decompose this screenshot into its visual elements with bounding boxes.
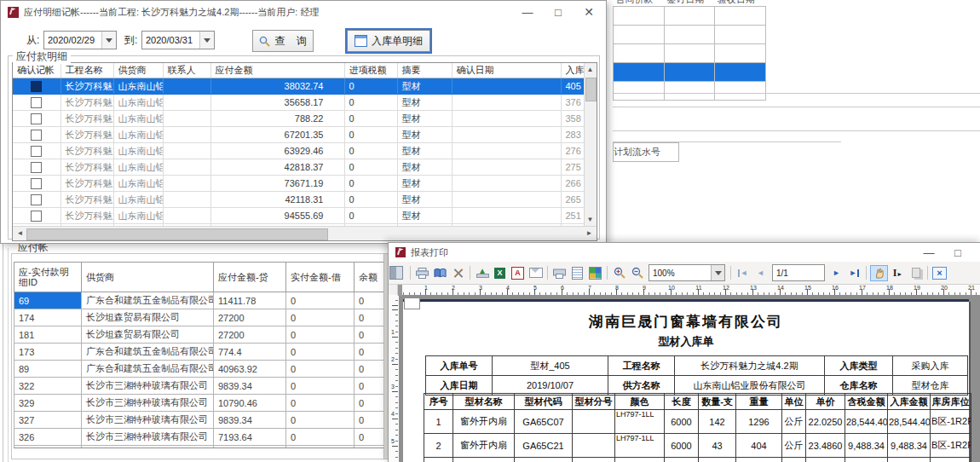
preview-toolbar: ▲ X A 100% ◄ ◄ 1/1 ► <box>389 262 980 285</box>
detail-row[interactable]: 长沙万科魅力... 山东南山铝业... 42118.31 0 型材 265 <box>13 192 584 208</box>
payable-row[interactable]: 181 长沙坦森贸易有限公司 27200 0 0 <box>14 326 390 344</box>
contract-header-cell[interactable]: 合同价款 <box>614 0 665 7</box>
cell-contact <box>163 111 210 127</box>
text-select-tool-button[interactable]: I► <box>890 266 906 280</box>
maximize-button[interactable]: □ <box>943 243 972 262</box>
detail-grid-header[interactable]: 应付金额 <box>210 63 344 78</box>
payable-grid-header[interactable]: 供货商 <box>82 263 214 292</box>
zoom-out-icon[interactable] <box>629 266 645 280</box>
detail-row[interactable]: 长沙万科魅力... 山东南山铝业... 67201.35 0 型材 283 <box>13 127 584 143</box>
excel-export-icon[interactable]: X <box>492 266 508 280</box>
payable-row[interactable]: 89 广东合和建筑五金制品有限公司 40963.92 0 0 <box>14 361 390 378</box>
detail-grid-header[interactable]: 联系人 <box>163 63 210 78</box>
confirm-checkbox[interactable] <box>31 194 42 205</box>
contract-row[interactable] <box>614 26 766 44</box>
detail-grid-header[interactable]: 进项税额 <box>344 63 397 78</box>
hand-tool-button[interactable] <box>870 265 888 281</box>
horizontal-scroll-thumb[interactable] <box>26 228 328 240</box>
detail-grid-header[interactable]: 摘要 <box>397 63 452 78</box>
contract-row[interactable] <box>614 7 766 26</box>
print-setup-icon[interactable] <box>551 266 568 280</box>
page-indicator-input[interactable]: 1/1 <box>772 264 825 281</box>
options-grid-icon[interactable] <box>587 266 603 280</box>
detail-row[interactable]: 长沙万科魅力... 山东南山铝业... 94555.69 0 型材 251 <box>13 208 584 224</box>
detail-grid-header[interactable]: 工程名称 <box>61 63 113 78</box>
tools-icon[interactable] <box>450 266 466 280</box>
scroll-down-icon[interactable]: ▼ <box>585 213 596 226</box>
scroll-left-icon[interactable]: ◄ <box>14 228 26 239</box>
detail-row[interactable]: 长沙万科魅力... 山东南山铝业... 35658.17 0 型材 376 <box>13 95 584 111</box>
zoom-level-select[interactable]: 100% <box>649 264 725 281</box>
close-button[interactable]: ✕ <box>574 1 604 23</box>
print-icon[interactable] <box>414 266 430 280</box>
chevron-down-icon[interactable] <box>711 265 724 280</box>
horizontal-scrollbar[interactable]: ◄ ► <box>13 226 597 240</box>
preview-page-area: 湖南巨晟门窗幕墙有限公司 型材入库单 入库单号 型材_405 工程名称 长沙万科… <box>399 295 980 462</box>
payable-row[interactable]: 174 长沙坦森贸易有限公司 27200 0 0 <box>14 309 390 326</box>
close-preview-button[interactable]: × <box>931 266 948 280</box>
payable-grid-header[interactable]: 实付金额-借 <box>286 263 355 292</box>
payable-row[interactable]: 327 长沙市三湘特种玻璃有限公司 9839.34 0 0 <box>14 412 390 429</box>
detail-grid-header[interactable]: 入库 <box>561 63 584 78</box>
zoom-in-icon[interactable] <box>611 266 627 280</box>
confirm-checkbox[interactable] <box>31 146 42 157</box>
chevron-down-icon[interactable] <box>101 32 116 49</box>
last-page-button[interactable]: ► <box>846 266 862 280</box>
detail-grid-header[interactable]: 确认日期 <box>452 63 561 78</box>
detail-row[interactable]: 长沙万科魅力... 山东南山铝业... 42818.37 0 型材 275 <box>13 159 584 176</box>
cell-amount: 38032.74 <box>210 78 344 95</box>
mail-icon[interactable] <box>527 266 544 280</box>
detail-grid-header[interactable]: 确认记帐 <box>13 63 61 78</box>
scroll-up-icon[interactable]: ▲ <box>585 63 596 76</box>
minimize-button[interactable]: — <box>512 1 543 23</box>
payable-row[interactable]: 329 长沙市三湘特种玻璃有限公司 10790.46 0 0 <box>14 395 390 412</box>
contract-header-cell[interactable]: 验收日期 <box>715 0 766 7</box>
export-icon[interactable]: ▲ <box>474 266 490 280</box>
cell-supplier: 长沙市三湘特种玻璃有限公司 <box>82 412 214 429</box>
vertical-scrollbar[interactable]: ▲ ▼ <box>584 63 597 226</box>
payable-grid-header[interactable]: 应付金额-贷 <box>214 263 286 292</box>
vertical-scroll-thumb[interactable] <box>585 78 597 101</box>
payable-row[interactable]: 322 长沙市三湘特种玻璃有限公司 9839.34 0 0 <box>14 378 390 395</box>
scroll-right-icon[interactable]: ► <box>584 228 595 239</box>
confirm-checkbox[interactable] <box>31 130 42 141</box>
payable-row[interactable]: 长沙市三湘特种玻璃有限公司 <box>14 446 390 449</box>
close-button[interactable]: ✕ <box>972 243 980 262</box>
pdf-export-icon[interactable]: A <box>510 266 526 280</box>
ruler-number: 15 <box>803 285 813 291</box>
plan-serial-field[interactable]: 计划流水号 <box>613 142 679 162</box>
contract-row[interactable] <box>614 63 766 82</box>
book-icon[interactable] <box>432 266 448 280</box>
detail-row[interactable]: 长沙万科魅力... 山东南山铝业... 73671.19 0 型材 266 <box>13 176 584 192</box>
copy-tool-button[interactable] <box>908 266 924 280</box>
confirm-checkbox[interactable] <box>31 162 42 173</box>
contract-row[interactable] <box>614 82 766 101</box>
maximize-button[interactable]: □ <box>543 1 574 23</box>
inbound-detail-button[interactable]: 入库单明细 <box>347 30 430 52</box>
first-page-button[interactable]: ◄ <box>735 266 751 280</box>
from-date-select[interactable]: 2020/02/29 <box>43 31 117 49</box>
next-page-button[interactable]: ► <box>828 266 845 280</box>
contract-row[interactable] <box>614 44 766 63</box>
contract-header-cell[interactable]: 签订日期 <box>664 0 715 7</box>
chevron-down-icon[interactable] <box>199 32 214 49</box>
page-setup-icon[interactable] <box>569 266 585 280</box>
minimize-button[interactable]: — <box>914 243 943 262</box>
confirm-checkbox[interactable] <box>31 178 42 189</box>
sidebar-toggle-icon[interactable] <box>390 266 406 280</box>
confirm-checkbox[interactable] <box>31 97 42 108</box>
confirm-checkbox[interactable] <box>31 113 42 124</box>
payable-grid-header[interactable]: 应-实付款明细ID <box>14 263 82 292</box>
detail-row[interactable]: 长沙万科魅力... 山东南山铝业... 63929.46 0 型材 276 <box>13 143 584 159</box>
confirm-checkbox[interactable] <box>31 211 42 222</box>
payable-row[interactable]: 69 广东合和建筑五金制品有限公司 11411.78 0 0 <box>14 292 390 309</box>
prev-page-button[interactable]: ◄ <box>752 266 769 280</box>
payable-row[interactable]: 326 长沙市三湘特种玻璃有限公司 7193.64 0 0 <box>14 429 390 446</box>
detail-grid-header[interactable]: 供货商 <box>113 63 163 78</box>
confirm-checkbox[interactable] <box>31 81 42 92</box>
to-date-select[interactable]: 2020/03/31 <box>141 31 215 49</box>
detail-row[interactable]: 长沙万科魅力... 山东南山铝业... 788.22 0 型材 358 <box>13 111 584 127</box>
payable-row[interactable]: 173 广东合和建筑五金制品有限公司 774.4 0 0 <box>14 344 390 361</box>
detail-row[interactable]: 长沙万科魅力... 山东南山铝业... 38032.74 0 型材 405 <box>13 78 584 95</box>
query-button[interactable]: 查 询 <box>252 30 314 52</box>
